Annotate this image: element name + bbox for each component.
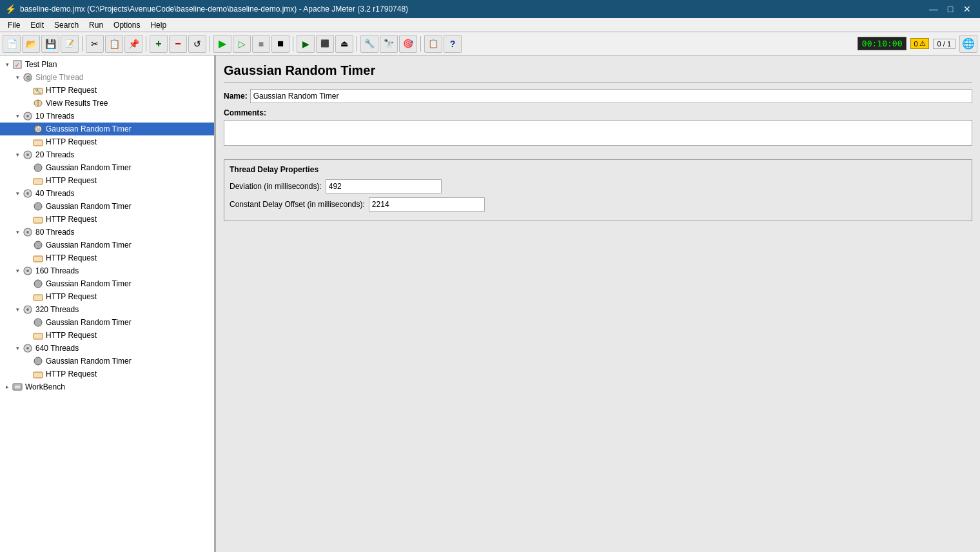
tree-item-http-single[interactable]: 🔧 HTTP Request: [0, 84, 214, 97]
tree-panel: ▾ ✓ Test Plan ▾ ⚙ Single Thread 🔧 HTTP R…: [0, 55, 216, 552]
tree-item-http-640[interactable]: HTTP Request: [0, 368, 214, 380]
deviation-row: Deviation (in milliseconds):: [230, 179, 966, 193]
expand-icon-320: ▾: [13, 305, 22, 314]
http-640-icon: [32, 369, 44, 379]
tree-item-20-threads[interactable]: ▾ 20 Threads: [0, 148, 214, 161]
tree-item-gaussian-160[interactable]: Gaussian Random Timer: [0, 277, 214, 290]
copy-button[interactable]: 📋: [105, 35, 123, 53]
svg-text:🔧: 🔧: [35, 88, 41, 94]
close-button[interactable]: ✕: [959, 3, 975, 15]
expand-icon-10: ▾: [13, 112, 22, 121]
tree-item-160-threads[interactable]: ▾ 160 Threads: [0, 264, 214, 277]
menu-edit[interactable]: Edit: [25, 19, 49, 31]
remote-start-button[interactable]: ▶: [297, 35, 315, 53]
stop-button[interactable]: ■: [252, 35, 270, 53]
remote-stop-button[interactable]: ⬛: [316, 35, 334, 53]
threads-20-label: 20 Threads: [35, 150, 75, 159]
menu-file[interactable]: File: [3, 19, 25, 31]
constant-delay-input[interactable]: [369, 197, 485, 212]
http-320-icon: [32, 330, 44, 340]
tree-item-http-160[interactable]: HTTP Request: [0, 290, 214, 303]
svg-text:⏱: ⏱: [35, 126, 42, 133]
function-helper-button[interactable]: 🔧: [360, 35, 378, 53]
minimize-button[interactable]: —: [926, 3, 941, 15]
remote-exit-button[interactable]: ⏏: [335, 35, 353, 53]
remove-button[interactable]: −: [169, 35, 187, 53]
tree-item-gaussian-320[interactable]: Gaussian Random Timer: [0, 316, 214, 329]
shutdown-button[interactable]: ⏹: [271, 35, 289, 53]
tree-item-test-plan[interactable]: ▾ ✓ Test Plan: [0, 58, 214, 71]
expand-icon-single: ▾: [13, 73, 22, 82]
tree-item-single-thread[interactable]: ▾ ⚙ Single Thread: [0, 71, 214, 84]
threads-640-label: 640 Threads: [35, 344, 79, 353]
tree-item-gaussian-80[interactable]: Gaussian Random Timer: [0, 239, 214, 251]
tree-item-40-threads[interactable]: ▾ 40 Threads: [0, 187, 214, 200]
tree-item-320-threads[interactable]: ▾ 320 Threads: [0, 303, 214, 316]
tree-item-http-20[interactable]: HTTP Request: [0, 174, 214, 187]
counter-badge: 0 / 1: [933, 39, 956, 49]
svg-rect-20: [34, 217, 43, 223]
tree-item-10-threads[interactable]: ▾ 10 Threads: [0, 110, 214, 123]
start-no-pause-button[interactable]: ▷: [233, 35, 251, 53]
menu-run[interactable]: Run: [84, 19, 108, 31]
reset-button[interactable]: ↺: [188, 35, 206, 53]
save-as-button[interactable]: 📝: [61, 35, 79, 53]
http-640-label: HTTP Request: [46, 370, 97, 379]
cut-button[interactable]: ✂: [86, 35, 104, 53]
tree-item-gaussian-10[interactable]: ⏱ Gaussian Random Timer: [0, 123, 214, 135]
svg-rect-12: [34, 140, 43, 146]
tree-item-http-40[interactable]: HTTP Request: [0, 213, 214, 226]
tree-item-80-threads[interactable]: ▾ 80 Threads: [0, 226, 214, 239]
binoculars-button[interactable]: 🔭: [380, 35, 398, 53]
menu-options[interactable]: Options: [108, 19, 145, 31]
gaussian-160-icon: [32, 279, 44, 289]
expand-icon-test-plan: ▾: [3, 60, 12, 69]
svg-point-30: [26, 308, 29, 311]
tree-item-workbench[interactable]: ▸ WorkBench: [0, 380, 214, 393]
tree-item-http-80[interactable]: HTTP Request: [0, 251, 214, 264]
http-160-label: HTTP Request: [46, 292, 97, 301]
test-plan-label: Test Plan: [25, 60, 57, 69]
new-button[interactable]: 📄: [3, 35, 21, 53]
expand-icon-workbench: ▸: [3, 382, 12, 391]
tree-item-gaussian-640[interactable]: Gaussian Random Timer: [0, 355, 214, 368]
svg-rect-32: [34, 333, 43, 339]
add-button[interactable]: +: [150, 35, 168, 53]
name-input[interactable]: [250, 89, 972, 103]
globe-button[interactable]: 🌐: [959, 35, 977, 53]
menu-help[interactable]: Help: [145, 19, 172, 31]
template-button[interactable]: 🎯: [399, 35, 417, 53]
tree-item-gaussian-20[interactable]: Gaussian Random Timer: [0, 161, 214, 174]
tree-item-640-threads[interactable]: ▾ 640 Threads: [0, 342, 214, 355]
tree-item-http-10[interactable]: HTTP Request: [0, 135, 214, 148]
title-bar-controls: — □ ✕: [926, 3, 975, 15]
maximize-button[interactable]: □: [943, 3, 958, 15]
toolbar-right: 00:10:00 0 ⚠ 0 / 1 🌐: [858, 35, 977, 53]
paste-button[interactable]: 📌: [124, 35, 142, 53]
comments-textarea[interactable]: [224, 120, 972, 146]
threads-320-icon: [22, 304, 34, 315]
deviation-input[interactable]: [326, 179, 442, 193]
tree-item-view-results[interactable]: View Results Tree: [0, 97, 214, 110]
help-button[interactable]: ?: [444, 35, 462, 53]
title-bar: ⚡ baseline-demo.jmx (C:\Projects\AvenueC…: [0, 0, 980, 18]
threads-80-label: 80 Threads: [35, 228, 75, 237]
save-button[interactable]: 💾: [41, 35, 59, 53]
gaussian-160-label: Gaussian Random Timer: [46, 279, 132, 288]
menu-search[interactable]: Search: [49, 19, 84, 31]
warning-count: 0: [914, 40, 917, 48]
http-320-label: HTTP Request: [46, 331, 97, 340]
svg-point-9: [26, 115, 29, 117]
list-button[interactable]: 📋: [424, 35, 442, 53]
start-button[interactable]: ▶: [213, 35, 231, 53]
http-10-icon: [32, 137, 44, 147]
gaussian-80-label: Gaussian Random Timer: [46, 241, 132, 250]
gaussian-320-label: Gaussian Random Timer: [46, 318, 132, 327]
threads-40-label: 40 Threads: [35, 189, 75, 198]
svg-point-22: [26, 231, 29, 233]
http-single-icon: 🔧: [32, 85, 44, 95]
tree-item-gaussian-40[interactable]: Gaussian Random Timer: [0, 200, 214, 213]
open-button[interactable]: 📂: [22, 35, 40, 53]
menu-bar: File Edit Search Run Options Help: [0, 18, 980, 32]
tree-item-http-320[interactable]: HTTP Request: [0, 329, 214, 342]
